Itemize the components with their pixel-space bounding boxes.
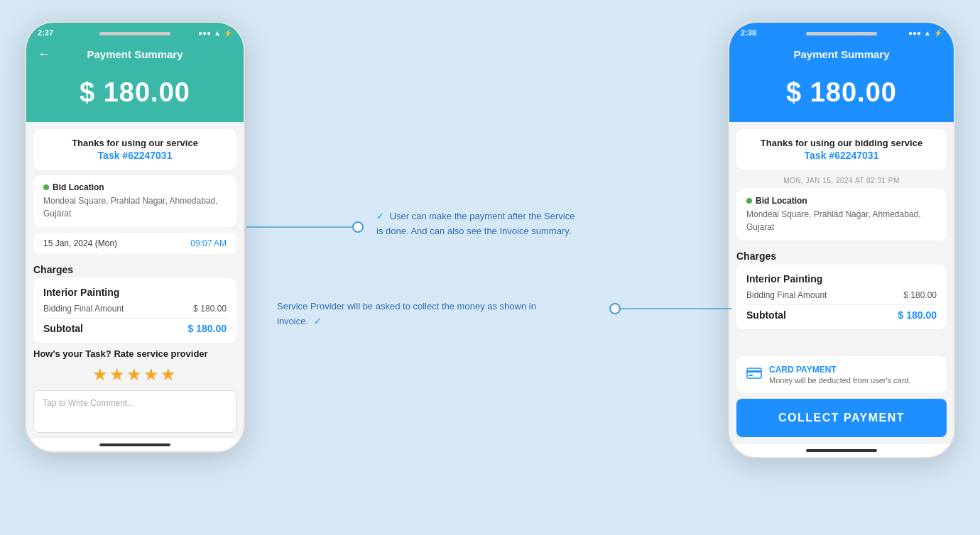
right-amount: $ 180.00	[741, 77, 942, 108]
left-task-number[interactable]: Task #62247031	[43, 150, 227, 161]
svg-rect-1	[747, 370, 761, 373]
wifi-icon-right: ▲	[924, 29, 931, 37]
collect-payment-button[interactable]: COLLECT PAYMENT	[736, 399, 947, 437]
right-subtotal-amount: $ 180.00	[898, 309, 937, 321]
right-payment-desc: Money will be deducted from user's card.	[769, 376, 911, 385]
check-icon-1: ✓	[376, 211, 384, 221]
left-home-indicator	[99, 443, 170, 446]
back-button-left[interactable]: ←	[38, 47, 50, 62]
right-task-number[interactable]: Task #62247031	[746, 150, 937, 161]
right-amount-section: $ 180.00	[729, 70, 954, 122]
right-subtotal-label: Subtotal	[746, 309, 786, 321]
left-rating-title: How's your Task? Rate service provider	[33, 348, 236, 359]
status-time-right: 2:38	[741, 28, 756, 37]
green-dot-left	[43, 184, 49, 190]
spacer	[729, 335, 954, 356]
left-subtotal-row: Subtotal $ 180.00	[43, 323, 227, 334]
status-icons-left: ●●● ▲ ⚡	[198, 29, 232, 37]
status-bar-right: 2:38 ●●● ▲ ⚡	[729, 28, 954, 37]
right-bidding-label: Bidding Final Amount	[746, 290, 827, 300]
left-stars[interactable]: ★★★★★	[33, 365, 236, 385]
right-header: Payment Summary	[729, 44, 954, 70]
left-bid-location-block: Bid Location Mondeal Square, Prahlad Nag…	[33, 175, 236, 227]
left-bid-address: Mondeal Square, Prahlad Nagar, Ahmedabad…	[43, 194, 227, 220]
svg-rect-2	[748, 375, 753, 376]
battery-icon-right: ⚡	[934, 29, 942, 37]
right-phone: 2:38 ●●● ▲ ⚡ Payment Summary $ 180.00 Th…	[728, 21, 955, 458]
right-bid-address: Mondeal Square, Prahlad Nagar, Ahmedabad…	[746, 208, 937, 233]
right-date-line: MON, JAN 15, 2024 AT 02:31 PM	[729, 175, 954, 189]
left-header: ← Payment Summary	[26, 44, 244, 70]
svg-point-4	[353, 222, 363, 232]
comment-placeholder: Tap to Write Comment...	[43, 398, 134, 408]
left-phone: 2:37 ●●● ▲ ⚡ ← Payment Summary $ 180.00 …	[25, 21, 245, 453]
right-subtotal-row: Subtotal $ 180.00	[746, 309, 937, 321]
check-icon-2: ✓	[314, 316, 322, 326]
right-notch: 2:38 ●●● ▲ ⚡	[729, 23, 954, 44]
left-bottom-bar	[26, 439, 244, 451]
right-header-title: Payment Summary	[793, 48, 889, 60]
svg-rect-0	[747, 368, 761, 378]
left-amount: $ 180.00	[38, 77, 232, 108]
right-bid-location-block: Bid Location Mondeal Square, Prahlad Nag…	[736, 189, 947, 241]
left-subtotal-amount: $ 180.00	[188, 323, 227, 334]
right-bidding-amount: $ 180.00	[903, 290, 937, 300]
left-time: 09:07 AM	[190, 238, 227, 248]
credit-card-icon	[746, 366, 762, 382]
svg-point-6	[610, 304, 620, 314]
divider-left	[43, 318, 227, 319]
left-header-title: Payment Summary	[87, 48, 183, 60]
right-phone-body: Thanks for using our bidding service Tas…	[729, 122, 954, 444]
left-bid-location-label: Bid Location	[43, 182, 227, 192]
left-service-card: Thanks for using our service Task #62247…	[33, 129, 236, 170]
right-service-name: Interior Painting	[746, 273, 937, 285]
left-charges-row: Bidding Final Amount $ 180.00	[43, 304, 227, 314]
status-bar-left: 2:37 ●●● ▲ ⚡	[26, 28, 244, 37]
right-payment-option-card[interactable]: CARD PAYMENT Money will be deducted from…	[736, 356, 947, 393]
right-charges-row: Bidding Final Amount $ 180.00	[746, 290, 937, 300]
right-service-message: Thanks for using our bidding service	[746, 138, 937, 148]
right-bottom-bar	[729, 444, 954, 457]
left-date-row: 15 Jan, 2024 (Mon) 09:07 AM	[33, 233, 236, 254]
battery-icon: ⚡	[224, 29, 232, 37]
status-icons-right: ●●● ▲ ⚡	[908, 29, 942, 37]
status-time-left: 2:37	[38, 28, 53, 37]
right-service-card: Thanks for using our bidding service Tas…	[736, 129, 947, 170]
annotation-text-2: Service Provider will be asked to collec…	[277, 299, 547, 329]
green-dot-right	[746, 198, 752, 204]
divider-right	[746, 304, 937, 305]
right-bid-location-label: Bid Location	[746, 196, 937, 206]
right-charges-title: Charges	[729, 246, 954, 265]
left-charges-title: Charges	[26, 260, 244, 278]
right-payment-details: CARD PAYMENT Money will be deducted from…	[769, 365, 911, 385]
signal-icon-right: ●●●	[908, 29, 921, 37]
left-amount-section: $ 180.00	[26, 70, 244, 122]
left-rating-section: How's your Task? Rate service provider ★…	[26, 348, 244, 439]
left-comment-box[interactable]: Tap to Write Comment...	[33, 390, 236, 433]
wifi-icon: ▲	[214, 29, 221, 37]
left-bidding-amount: $ 180.00	[193, 304, 227, 314]
left-phone-body: Thanks for using our service Task #62247…	[26, 122, 244, 439]
left-service-message: Thanks for using our service	[43, 138, 227, 148]
left-notch: 2:37 ●●● ▲ ⚡	[26, 23, 244, 44]
left-bidding-label: Bidding Final Amount	[43, 304, 124, 314]
left-subtotal-label: Subtotal	[43, 323, 83, 334]
annotation-text-1: ✓ User can make the payment after the Se…	[376, 209, 575, 239]
left-date: 15 Jan, 2024 (Mon)	[43, 238, 117, 248]
left-service-name: Interior Painting	[43, 287, 227, 298]
signal-icon: ●●●	[198, 29, 211, 37]
right-home-indicator	[806, 449, 877, 452]
left-charges-card: Interior Painting Bidding Final Amount $…	[33, 278, 236, 343]
right-charges-card: Interior Painting Bidding Final Amount $…	[736, 265, 947, 329]
right-payment-label: CARD PAYMENT	[769, 365, 911, 375]
